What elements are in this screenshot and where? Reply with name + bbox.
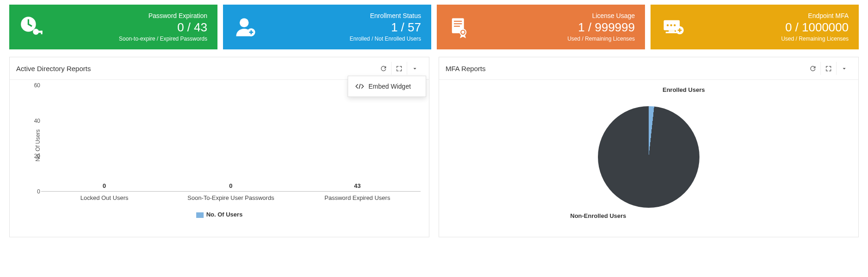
panel-ad-reports: Active Directory Reports Embed Widget: [9, 57, 429, 237]
stat-title: License Usage: [476, 12, 635, 19]
stat-value: 0 / 1000000: [690, 20, 849, 35]
stat-title: Endpoint MFA: [690, 12, 849, 19]
svg-point-4: [240, 18, 249, 27]
refresh-button[interactable]: [805, 62, 820, 75]
y-tick: 40: [34, 118, 40, 124]
code-icon: [356, 83, 364, 90]
refresh-button[interactable]: [375, 62, 391, 75]
refresh-icon: [380, 65, 387, 72]
panel-mfa-title: MFA Reports: [446, 65, 805, 72]
more-menu-button[interactable]: [407, 62, 422, 75]
stat-subtitle: Used / Remaining Licenses: [690, 36, 849, 42]
stat-subtitle: Soon-to-expire / Expired Passwords: [49, 36, 207, 42]
chevron-down-icon: [411, 65, 418, 72]
bar-value-label: 0: [168, 182, 294, 189]
panel-mfa-reports: MFA Reports Enrolled Users Non-Enrolled …: [439, 57, 859, 237]
clock-key-icon: [19, 15, 43, 39]
expand-button[interactable]: [820, 62, 836, 75]
stat-title: Password Expiration: [49, 12, 207, 19]
certificate-icon: [447, 15, 471, 39]
svg-point-15: [674, 24, 675, 26]
x-axis-label: Password Expired Users: [294, 192, 421, 205]
stat-value: 1 / 57: [263, 20, 421, 35]
stat-value: 0 / 43: [49, 20, 207, 35]
user-plus-icon: [233, 15, 257, 39]
pie-label-enrolled: Enrolled Users: [663, 86, 705, 93]
x-axis-label: Soon-To-Expire User Passwords: [168, 192, 294, 205]
panel-ad-title: Active Directory Reports: [16, 65, 375, 72]
svg-rect-16: [669, 30, 675, 31]
mfa-pie-chart: Enrolled Users Non-Enrolled Users: [447, 85, 850, 229]
stat-card-password-expiration[interactable]: Password Expiration0 / 43Soon-to-expire …: [9, 5, 217, 49]
expand-icon: [825, 65, 832, 72]
ad-bar-chart: No. Of Users 0204060 0043 Locked Out Use…: [41, 85, 421, 205]
bar-chart-legend: No. Of Users: [18, 211, 421, 218]
svg-rect-3: [41, 30, 42, 34]
stat-value: 1 / 999999: [476, 20, 635, 35]
pie-label-nonenrolled: Non-Enrolled Users: [570, 212, 626, 219]
bar-value-label: 0: [41, 182, 168, 189]
password-device-icon: [661, 15, 685, 39]
more-menu-button[interactable]: [836, 62, 852, 75]
bar-value-label: 43: [294, 182, 421, 189]
chevron-down-icon: [841, 65, 848, 72]
y-tick: 60: [34, 82, 40, 89]
y-tick: 20: [34, 153, 40, 159]
panel-menu-dropdown: Embed Widget: [348, 76, 426, 97]
expand-button[interactable]: [391, 62, 407, 75]
y-tick: 0: [37, 188, 40, 195]
stat-card-endpoint-mfa[interactable]: Endpoint MFA0 / 1000000Used / Remaining …: [651, 5, 859, 49]
refresh-icon: [809, 65, 816, 72]
stat-card-enrollment-status[interactable]: Enrollment Status1 / 57Enrolled / Not En…: [223, 5, 431, 49]
svg-point-14: [670, 24, 672, 26]
expand-icon: [396, 65, 403, 72]
x-axis-label: Locked Out Users: [41, 192, 168, 205]
legend-label: No. Of Users: [206, 211, 243, 218]
embed-widget-menu-item[interactable]: Embed Widget: [348, 79, 426, 94]
stat-subtitle: Used / Remaining Licenses: [476, 36, 635, 42]
svg-rect-17: [666, 31, 678, 33]
stat-card-license-usage[interactable]: License Usage1 / 999999Used / Remaining …: [437, 5, 645, 49]
svg-point-13: [667, 24, 669, 26]
embed-widget-label: Embed Widget: [368, 83, 411, 90]
stat-title: Enrollment Status: [263, 12, 421, 19]
stat-subtitle: Enrolled / Not Enrolled Users: [263, 36, 421, 42]
legend-swatch: [196, 212, 204, 218]
